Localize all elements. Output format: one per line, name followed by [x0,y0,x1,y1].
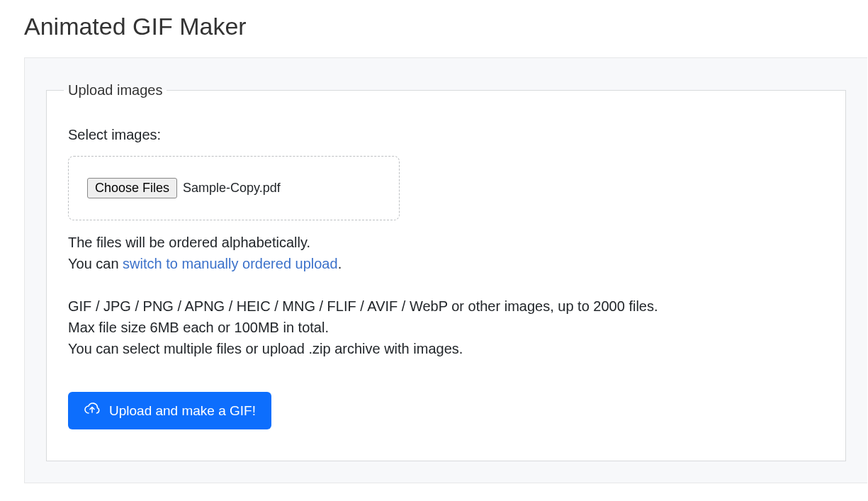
switch-upload-link[interactable]: switch to manually ordered upload [123,256,338,271]
order-info-text: The files will be ordered alphabetically… [68,232,824,253]
upload-fieldset: Upload images Select images: Choose File… [46,82,846,461]
select-images-label: Select images: [68,127,824,143]
upload-panel: Upload images Select images: Choose File… [24,57,867,483]
switch-suffix-text: . [338,256,342,271]
upload-cloud-icon [84,400,101,421]
switch-prefix-text: You can [68,256,123,271]
upload-submit-button[interactable]: Upload and make a GIF! [68,392,271,429]
file-input-row: Choose Files Sample-Copy.pdf [87,178,381,198]
fieldset-legend: Upload images [64,82,167,98]
formats-block: GIF / JPG / PNG / APNG / HEIC / MNG / FL… [68,295,824,359]
size-limit-text: Max file size 6MB each or 100MB in total… [68,317,824,338]
selected-filename: Sample-Copy.pdf [183,181,281,196]
file-dropzone[interactable]: Choose Files Sample-Copy.pdf [68,156,400,220]
formats-text: GIF / JPG / PNG / APNG / HEIC / MNG / FL… [68,295,824,317]
page-title: Animated GIF Maker [0,0,868,40]
choose-files-button[interactable]: Choose Files [87,178,177,198]
multi-select-text: You can select multiple files or upload … [68,338,824,359]
switch-info-line: You can switch to manually ordered uploa… [68,253,824,274]
upload-button-label: Upload and make a GIF! [109,403,256,419]
